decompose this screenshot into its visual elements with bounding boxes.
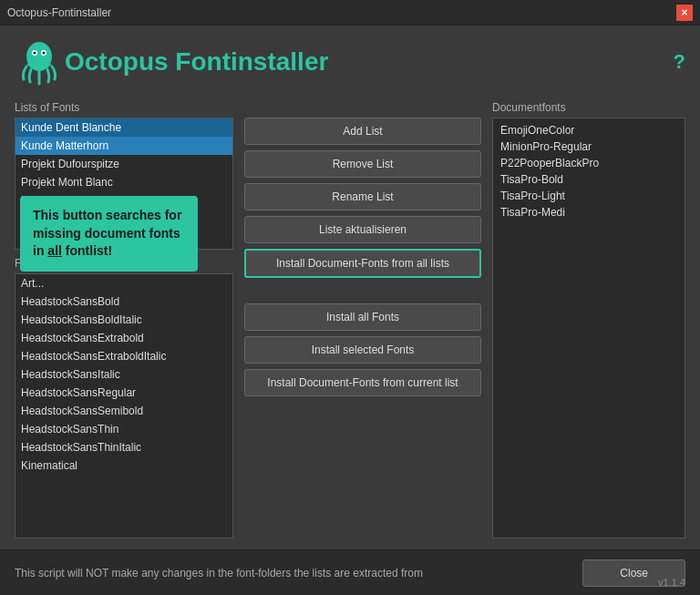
tooltip-box: This button searches for missing documen… bbox=[20, 196, 198, 272]
title-bar: Octopus-Fontinstaller × bbox=[0, 0, 700, 26]
svg-point-3 bbox=[34, 52, 36, 55]
font-item[interactable]: HeadstockSansBold bbox=[15, 292, 232, 311]
window-close-button[interactable]: × bbox=[676, 5, 693, 21]
spacer bbox=[244, 283, 481, 298]
fonts-box[interactable]: Art... HeadstockSansBold HeadstockSansBo… bbox=[15, 273, 233, 539]
install-doc-fonts-all-button[interactable]: Install Document-Fonts from all lists bbox=[244, 249, 481, 278]
svg-point-4 bbox=[43, 52, 46, 55]
middle-column: Add List Remove List Rename List Liste a… bbox=[244, 101, 481, 539]
install-selected-fonts-button[interactable]: Install selected Fonts bbox=[244, 336, 481, 364]
main-content: Octopus Fontinstaller ? Lists of Fonts K… bbox=[0, 26, 700, 549]
font-item[interactable]: Art... bbox=[15, 274, 232, 292]
font-item[interactable]: HeadstockSansExtraboldItalic bbox=[15, 347, 232, 365]
font-item[interactable]: Kinematical bbox=[15, 457, 232, 475]
left-column: Lists of Fonts Kunde Dent Blanche Kunde … bbox=[15, 101, 233, 539]
font-item[interactable]: HeadstockSansThinItalic bbox=[15, 438, 232, 457]
doc-font-item: P22PooperBlackPro bbox=[497, 155, 681, 171]
install-doc-fonts-current-button[interactable]: Install Document-Fonts from current list bbox=[244, 369, 481, 396]
doc-font-item: TisaPro-Medi bbox=[497, 204, 681, 221]
remove-list-button[interactable]: Remove List bbox=[244, 150, 481, 178]
doc-font-item: MinionPro-Regular bbox=[497, 138, 681, 155]
bottom-bar: This script will NOT make any changes in… bbox=[0, 549, 700, 595]
documentfonts-box: EmojiOneColor MinionPro-Regular P22Poope… bbox=[492, 118, 685, 539]
font-item[interactable]: HeadstockSansSemibold bbox=[15, 402, 232, 420]
right-column: Documentfonts EmojiOneColor MinionPro-Re… bbox=[492, 101, 685, 539]
liste-aktualisieren-button[interactable]: Liste aktualisieren bbox=[244, 216, 481, 243]
install-all-fonts-button[interactable]: Install all Fonts bbox=[244, 303, 481, 331]
list-item[interactable]: Kunde Matterhorn bbox=[15, 137, 232, 155]
documentfonts-label: Documentfonts bbox=[492, 101, 685, 114]
list-item[interactable]: Projekt Dufourspitze bbox=[15, 155, 232, 173]
columns-layout: Lists of Fonts Kunde Dent Blanche Kunde … bbox=[15, 101, 685, 539]
bottom-info-text: This script will NOT make any changes in… bbox=[15, 567, 423, 580]
list-item[interactable]: Projekt Mont Blanc bbox=[15, 173, 232, 191]
window-title: Octopus-Fontinstaller bbox=[7, 6, 111, 19]
rename-list-button[interactable]: Rename List bbox=[244, 183, 481, 210]
font-item[interactable]: HeadstockSansThin bbox=[15, 420, 232, 438]
font-item[interactable]: HeadstockSansExtrabold bbox=[15, 329, 232, 347]
list-item[interactable]: Kunde Dent Blanche bbox=[15, 118, 232, 137]
help-button[interactable]: ? bbox=[674, 50, 685, 74]
font-item[interactable]: HeadstockSansBoldItalic bbox=[15, 311, 232, 329]
doc-font-item: EmojiOneColor bbox=[497, 122, 681, 138]
font-item[interactable]: HeadstockSansItalic bbox=[15, 365, 232, 384]
app-title: Octopus Fontinstaller bbox=[65, 47, 328, 77]
font-item[interactable]: HeadstockSansRegular bbox=[15, 384, 232, 402]
octopus-icon bbox=[15, 36, 65, 87]
doc-font-item: TisaPro-Bold bbox=[497, 171, 681, 188]
version-label: v1.1.4 bbox=[658, 577, 685, 588]
add-list-button[interactable]: Add List bbox=[244, 118, 481, 145]
header: Octopus Fontinstaller ? bbox=[15, 36, 685, 87]
lists-label: Lists of Fonts bbox=[15, 101, 233, 114]
doc-font-item: TisaPro-Light bbox=[497, 188, 681, 204]
